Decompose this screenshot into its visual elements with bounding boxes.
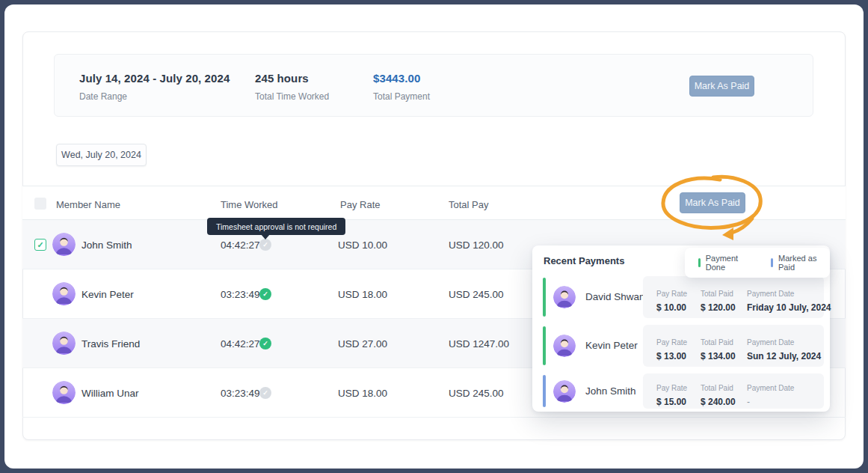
total-paid-label: Total Paid bbox=[701, 384, 733, 392]
mark-as-paid-button-summary[interactable]: Mark As Paid bbox=[689, 76, 754, 97]
timesheet-payroll-screen: { "summary": { "date_range_value": "July… bbox=[0, 0, 868, 473]
summary-total-payment: $3443.00 Total Payment bbox=[373, 72, 430, 102]
legend-label: Payment Done bbox=[706, 254, 755, 272]
column-total-pay: Total Pay bbox=[449, 199, 488, 210]
payment-date-label: Payment Date bbox=[747, 384, 794, 392]
total-paid-label: Total Paid bbox=[701, 338, 733, 347]
payment-stats: Pay Rate$ 13.00 Total Paid$ 134.00 Payme… bbox=[643, 325, 824, 367]
pay-rate-label: Pay Rate bbox=[656, 290, 687, 298]
payment-date-label: Payment Date bbox=[747, 338, 794, 347]
total-paid-label: Total Paid bbox=[701, 290, 733, 298]
column-time-worked: Time Worked bbox=[221, 199, 278, 210]
member-name: Travis Friend bbox=[81, 338, 140, 350]
summary-date-range: July 14, 2024 - July 20, 2024 Date Range bbox=[79, 72, 230, 102]
approved-check-icon: ✓ bbox=[259, 288, 271, 300]
total-pay: USD 120.00 bbox=[449, 239, 504, 251]
mark-as-paid-button-table[interactable]: Mark As Paid bbox=[680, 192, 745, 213]
time-worked: 03:23:49 bbox=[221, 388, 260, 399]
recent-payments-title: Recent Payments bbox=[544, 255, 624, 266]
pay-rate-label: Pay Rate bbox=[656, 338, 687, 347]
total-time-value: 245 hours bbox=[255, 72, 329, 85]
member-name: William Unar bbox=[81, 388, 139, 399]
summary-total-time: 245 hours Total Time Worked bbox=[255, 72, 329, 102]
member-avatar-icon bbox=[52, 233, 76, 256]
payment-stats: Pay Rate$ 15.00 Total Paid$ 240.00 Payme… bbox=[643, 373, 824, 409]
member-avatar-icon bbox=[553, 380, 576, 403]
payment-date-value: Sun 12 July, 2024 bbox=[747, 351, 821, 361]
pay-rate-label: Pay Rate bbox=[656, 384, 687, 392]
legend-marked-as-paid: Marked as Paid bbox=[771, 254, 830, 272]
time-worked: 04:42:27 bbox=[221, 239, 260, 251]
payment-date-value: Friday 10 July, 2024 bbox=[747, 302, 831, 313]
payment-stats: Pay Rate$ 10.00 Total Paid$ 120.00 Payme… bbox=[643, 276, 824, 318]
pay-rate: USD 18.00 bbox=[338, 289, 387, 300]
marked-as-paid-bar-icon bbox=[771, 258, 773, 267]
legend-label: Marked as Paid bbox=[778, 254, 830, 272]
member-avatar-icon bbox=[52, 332, 76, 355]
time-worked: 04:42:27 bbox=[221, 338, 260, 350]
total-pay: USD 245.00 bbox=[449, 289, 504, 300]
approval-not-required-icon: ✓ bbox=[259, 387, 271, 399]
payment-done-bar-icon bbox=[698, 258, 701, 267]
payment-row: David Shwan Pay Rate$ 10.00 Total Paid$ … bbox=[532, 276, 830, 318]
total-paid-value: $ 240.00 bbox=[701, 397, 736, 407]
total-payment-label: Total Payment bbox=[373, 91, 430, 102]
total-paid-value: $ 134.00 bbox=[701, 351, 736, 361]
payment-date-label: Payment Date bbox=[747, 290, 794, 298]
date-range-label: Date Range bbox=[79, 91, 230, 102]
marked-as-paid-accent-bar bbox=[543, 375, 546, 407]
payment-done-accent-bar bbox=[543, 326, 546, 365]
date-range-value: July 14, 2024 - July 20, 2024 bbox=[79, 72, 230, 85]
pay-rate-value: $ 13.00 bbox=[656, 351, 687, 361]
time-worked: 03:23:49 bbox=[221, 289, 260, 300]
total-payment-value: $3443.00 bbox=[373, 72, 430, 85]
total-time-label: Total Time Worked bbox=[255, 91, 329, 102]
total-paid-value: $ 120.00 bbox=[701, 302, 736, 313]
pay-rate-value: $ 15.00 bbox=[656, 397, 687, 407]
pay-rate: USD 18.00 bbox=[338, 388, 387, 399]
pay-rate: USD 10.00 bbox=[338, 239, 387, 251]
column-pay-rate: Pay Rate bbox=[340, 199, 380, 210]
column-member-name: Member Name bbox=[56, 199, 120, 210]
timesheet-approval-tooltip: Timesheet approval is not required bbox=[207, 218, 345, 235]
total-pay: USD 1247.00 bbox=[449, 338, 509, 350]
payment-member-name: Kevin Peter bbox=[585, 340, 638, 351]
pay-rate-value: $ 10.00 bbox=[656, 302, 687, 313]
payment-member-name: John Smith bbox=[585, 385, 636, 397]
tooltip-caret bbox=[261, 234, 270, 239]
member-name: John Smith bbox=[81, 239, 132, 251]
approved-check-icon: ✓ bbox=[259, 338, 271, 350]
date-filter-chip[interactable]: Wed, July 20, 2024 bbox=[56, 144, 147, 166]
member-name: Kevin Peter bbox=[81, 289, 134, 300]
legend-payment-done: Payment Done bbox=[698, 254, 754, 272]
member-avatar-icon bbox=[52, 381, 76, 404]
recent-payments-popup: Recent Payments Payment Done Marked as P… bbox=[532, 245, 830, 412]
approval-not-required-icon: ✓ bbox=[259, 239, 271, 251]
select-all-checkbox[interactable] bbox=[34, 198, 46, 210]
row-checkbox-checked[interactable]: ✓ bbox=[34, 239, 46, 251]
payment-row: Kevin Peter Pay Rate$ 13.00 Total Paid$ … bbox=[532, 325, 830, 367]
payment-member-name: David Shwan bbox=[585, 291, 645, 302]
member-avatar-icon bbox=[553, 335, 576, 357]
payment-done-accent-bar bbox=[543, 278, 546, 317]
payment-date-value: - bbox=[747, 397, 794, 407]
payment-row: John Smith Pay Rate$ 15.00 Total Paid$ 2… bbox=[532, 373, 830, 409]
pay-rate: USD 27.00 bbox=[338, 338, 387, 350]
payments-legend: Payment Done Marked as Paid bbox=[685, 248, 830, 278]
member-avatar-icon bbox=[52, 282, 76, 305]
member-avatar-icon bbox=[553, 286, 576, 308]
total-pay: USD 245.00 bbox=[449, 388, 504, 399]
